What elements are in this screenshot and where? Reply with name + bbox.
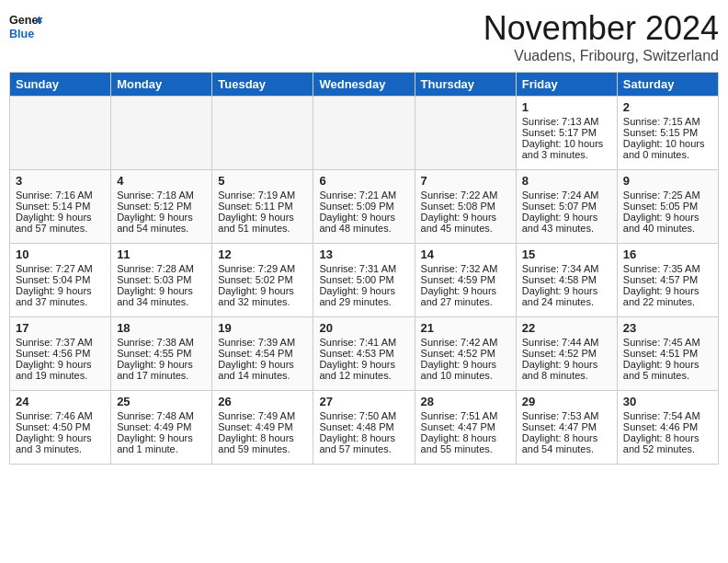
day-number: 27 <box>319 395 408 408</box>
sunset-text: Sunset: 4:52 PM <box>522 348 611 359</box>
day-number: 24 <box>16 395 105 408</box>
sunset-text: Sunset: 4:59 PM <box>421 274 510 285</box>
day-number: 12 <box>218 247 307 261</box>
calendar-cell: 28Sunrise: 7:51 AMSunset: 4:47 PMDayligh… <box>415 391 516 465</box>
weekday-header-tuesday: Tuesday <box>212 73 313 97</box>
weekday-header-sunday: Sunday <box>10 73 111 97</box>
day-number: 17 <box>16 321 105 335</box>
daylight-text: Daylight: 9 hours and 19 minutes. <box>16 359 105 381</box>
daylight-text: Daylight: 9 hours and 8 minutes. <box>522 359 611 381</box>
sunrise-text: Sunrise: 7:18 AM <box>117 190 206 201</box>
calendar-cell: 12Sunrise: 7:29 AMSunset: 5:02 PMDayligh… <box>212 244 313 317</box>
sunrise-text: Sunrise: 7:21 AM <box>319 190 408 201</box>
calendar-cell: 3Sunrise: 7:16 AMSunset: 5:14 PMDaylight… <box>10 170 111 244</box>
sunset-text: Sunset: 4:49 PM <box>218 421 307 432</box>
sunset-text: Sunset: 5:12 PM <box>117 201 206 212</box>
week-row-2: 3Sunrise: 7:16 AMSunset: 5:14 PMDaylight… <box>10 170 719 244</box>
day-number: 2 <box>623 100 712 114</box>
sunrise-text: Sunrise: 7:25 AM <box>623 190 712 201</box>
calendar-cell: 29Sunrise: 7:53 AMSunset: 4:47 PMDayligh… <box>516 391 617 465</box>
day-number: 15 <box>522 247 611 261</box>
calendar-cell: 2Sunrise: 7:15 AMSunset: 5:15 PMDaylight… <box>617 97 718 170</box>
daylight-text: Daylight: 9 hours and 57 minutes. <box>16 212 105 234</box>
daylight-text: Daylight: 8 hours and 52 minutes. <box>623 432 712 454</box>
title-area: November 2024 Vuadens, Fribourg, Switzer… <box>483 9 719 64</box>
sunset-text: Sunset: 5:08 PM <box>421 201 510 212</box>
sunrise-text: Sunrise: 7:15 AM <box>623 116 712 127</box>
sunset-text: Sunset: 5:04 PM <box>16 274 105 285</box>
day-number: 26 <box>218 395 307 408</box>
calendar-cell <box>10 97 111 170</box>
daylight-text: Daylight: 9 hours and 1 minute. <box>117 432 206 454</box>
sunset-text: Sunset: 4:48 PM <box>319 421 408 432</box>
sunrise-text: Sunrise: 7:49 AM <box>218 410 307 421</box>
logo: General Blue <box>9 9 42 42</box>
sunset-text: Sunset: 5:15 PM <box>623 127 712 138</box>
weekday-header-row: SundayMondayTuesdayWednesdayThursdayFrid… <box>10 73 719 97</box>
sunrise-text: Sunrise: 7:41 AM <box>319 337 408 348</box>
daylight-text: Daylight: 9 hours and 34 minutes. <box>117 285 206 307</box>
day-number: 20 <box>319 321 408 335</box>
day-number: 21 <box>421 321 510 335</box>
day-number: 5 <box>218 174 307 188</box>
sunset-text: Sunset: 5:02 PM <box>218 274 307 285</box>
daylight-text: Daylight: 9 hours and 14 minutes. <box>218 359 307 381</box>
day-number: 18 <box>117 321 206 335</box>
calendar-cell: 7Sunrise: 7:22 AMSunset: 5:08 PMDaylight… <box>415 170 516 244</box>
calendar-cell: 5Sunrise: 7:19 AMSunset: 5:11 PMDaylight… <box>212 170 313 244</box>
calendar-cell: 13Sunrise: 7:31 AMSunset: 5:00 PMDayligh… <box>313 244 415 317</box>
daylight-text: Daylight: 8 hours and 59 minutes. <box>218 432 307 454</box>
header: General Blue November 2024 Vuadens, Frib… <box>9 9 719 64</box>
weekday-header-monday: Monday <box>111 73 212 97</box>
sunrise-text: Sunrise: 7:46 AM <box>16 410 105 421</box>
calendar-cell: 10Sunrise: 7:27 AMSunset: 5:04 PMDayligh… <box>10 244 111 317</box>
daylight-text: Daylight: 8 hours and 55 minutes. <box>421 432 510 454</box>
sunset-text: Sunset: 5:00 PM <box>319 274 408 285</box>
day-number: 9 <box>623 174 712 188</box>
calendar-cell: 30Sunrise: 7:54 AMSunset: 4:46 PMDayligh… <box>617 391 718 465</box>
day-number: 23 <box>623 321 712 335</box>
sunrise-text: Sunrise: 7:32 AM <box>421 263 510 274</box>
daylight-text: Daylight: 9 hours and 3 minutes. <box>16 432 105 454</box>
sunrise-text: Sunrise: 7:27 AM <box>16 263 105 274</box>
sunrise-text: Sunrise: 7:48 AM <box>117 410 206 421</box>
calendar-cell: 8Sunrise: 7:24 AMSunset: 5:07 PMDaylight… <box>516 170 617 244</box>
sunrise-text: Sunrise: 7:35 AM <box>623 263 712 274</box>
sunset-text: Sunset: 4:53 PM <box>319 348 408 359</box>
day-number: 11 <box>117 247 206 261</box>
sunset-text: Sunset: 4:46 PM <box>623 421 712 432</box>
calendar-cell: 16Sunrise: 7:35 AMSunset: 4:57 PMDayligh… <box>617 244 718 317</box>
daylight-text: Daylight: 9 hours and 10 minutes. <box>421 359 510 381</box>
daylight-text: Daylight: 9 hours and 48 minutes. <box>319 212 408 234</box>
sunrise-text: Sunrise: 7:31 AM <box>319 263 408 274</box>
calendar-cell: 27Sunrise: 7:50 AMSunset: 4:48 PMDayligh… <box>313 391 415 465</box>
sunset-text: Sunset: 5:17 PM <box>522 127 611 138</box>
calendar-cell: 22Sunrise: 7:44 AMSunset: 4:52 PMDayligh… <box>516 317 617 391</box>
day-number: 16 <box>623 247 712 261</box>
day-number: 6 <box>319 174 408 188</box>
calendar-cell: 1Sunrise: 7:13 AMSunset: 5:17 PMDaylight… <box>516 97 617 170</box>
day-number: 10 <box>16 247 105 261</box>
calendar-cell: 14Sunrise: 7:32 AMSunset: 4:59 PMDayligh… <box>415 244 516 317</box>
day-number: 1 <box>522 100 611 114</box>
weekday-header-saturday: Saturday <box>617 73 718 97</box>
calendar-cell: 19Sunrise: 7:39 AMSunset: 4:54 PMDayligh… <box>212 317 313 391</box>
day-number: 29 <box>522 395 611 408</box>
daylight-text: Daylight: 9 hours and 54 minutes. <box>117 212 206 234</box>
daylight-text: Daylight: 8 hours and 57 minutes. <box>319 432 408 454</box>
day-number: 8 <box>522 174 611 188</box>
daylight-text: Daylight: 9 hours and 5 minutes. <box>623 359 712 381</box>
sunrise-text: Sunrise: 7:37 AM <box>16 337 105 348</box>
daylight-text: Daylight: 9 hours and 32 minutes. <box>218 285 307 307</box>
calendar-cell: 20Sunrise: 7:41 AMSunset: 4:53 PMDayligh… <box>313 317 415 391</box>
sunset-text: Sunset: 4:52 PM <box>421 348 510 359</box>
day-number: 4 <box>117 174 206 188</box>
sunrise-text: Sunrise: 7:45 AM <box>623 337 712 348</box>
daylight-text: Daylight: 10 hours and 3 minutes. <box>522 138 611 160</box>
sunrise-text: Sunrise: 7:51 AM <box>421 410 510 421</box>
sunrise-text: Sunrise: 7:50 AM <box>319 410 408 421</box>
day-number: 3 <box>16 174 105 188</box>
day-number: 13 <box>319 247 408 261</box>
sunset-text: Sunset: 4:47 PM <box>421 421 510 432</box>
sunset-text: Sunset: 5:09 PM <box>319 201 408 212</box>
